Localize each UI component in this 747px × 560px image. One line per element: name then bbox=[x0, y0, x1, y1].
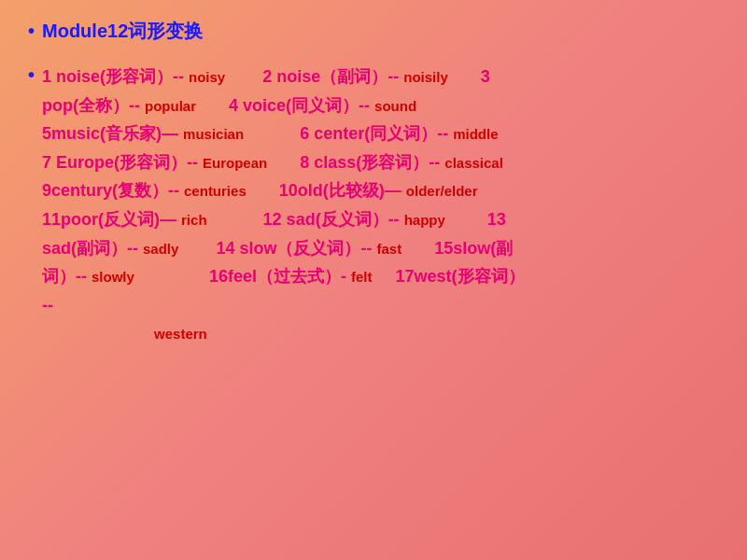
item-15-question: 15slow(副 bbox=[434, 239, 513, 258]
item-14-answer: fast bbox=[376, 241, 402, 257]
item-14-question: 14 slow（反义词）-- bbox=[216, 239, 376, 258]
item-11-question: 11poor(反义词)— bbox=[42, 210, 181, 229]
vocab-section: • 1 noise(形容词）-- noisy 2 noise（副词）-- noi… bbox=[28, 63, 719, 348]
item-4-answer: sound bbox=[374, 98, 416, 114]
item-4-question: 4 voice(同义词）-- bbox=[229, 96, 374, 115]
vocab-bullet: • bbox=[28, 64, 35, 86]
item-13-answer: sadly bbox=[143, 241, 178, 257]
spacer13 bbox=[183, 239, 211, 258]
item-1-answer: noisy bbox=[189, 69, 225, 85]
spacer5 bbox=[248, 124, 295, 143]
item-17-dash: -- bbox=[42, 296, 53, 315]
item-12-answer: happy bbox=[404, 212, 445, 228]
spacer17 bbox=[42, 324, 149, 343]
item-5-answer: musician bbox=[183, 126, 244, 142]
item-7-answer: European bbox=[203, 155, 267, 171]
item-9-question: 9century(复数）-- bbox=[42, 181, 184, 200]
item-15-answer: slowly bbox=[92, 269, 134, 285]
item-17-question: 17west(形容词） bbox=[396, 267, 525, 286]
item-16-answer: felt bbox=[351, 269, 373, 285]
item-8-question: 8 class(形容词）-- bbox=[300, 153, 444, 172]
vocab-content: 1 noise(形容词）-- noisy 2 noise（副词）-- noisi… bbox=[42, 63, 719, 348]
item-13-start: 13 bbox=[487, 210, 506, 229]
item-17-answer: western bbox=[154, 326, 207, 342]
item-9-answer: centuries bbox=[184, 183, 247, 199]
spacer14 bbox=[406, 239, 430, 258]
page-title: Module12词形变换 bbox=[42, 19, 203, 44]
spacer16 bbox=[376, 267, 390, 286]
spacer11 bbox=[212, 210, 259, 229]
spacer15 bbox=[139, 267, 204, 286]
spacer1 bbox=[230, 67, 258, 86]
item-6-answer: middle bbox=[453, 126, 498, 142]
item-10-answer: older/elder bbox=[406, 183, 478, 199]
title-bullet: • bbox=[28, 21, 35, 42]
item-15-question-cont: 词）-- bbox=[42, 267, 92, 286]
spacer3 bbox=[201, 96, 224, 115]
spacer2 bbox=[453, 67, 476, 86]
item-2-question: 2 noise（副词）-- bbox=[262, 67, 403, 86]
item-12-question: 12 sad(反义词）-- bbox=[263, 210, 404, 229]
spacer12 bbox=[450, 210, 483, 229]
item-16-question: 16feel（过去式）- bbox=[209, 267, 351, 286]
title-section: • Module12词形变换 bbox=[28, 19, 719, 44]
item-1-question: 1 noise(形容词）-- bbox=[42, 67, 189, 86]
item-8-answer: classical bbox=[444, 155, 503, 171]
item-3-answer: popular bbox=[145, 98, 196, 114]
item-13-question: sad(副词）-- bbox=[42, 239, 143, 258]
item-11-answer: rich bbox=[181, 212, 207, 228]
item-7-question: 7 Europe(形容词）-- bbox=[42, 153, 203, 172]
item-6-question: 6 center(同义词）-- bbox=[300, 124, 453, 143]
item-2-answer: noisily bbox=[403, 69, 448, 85]
item-10-question: 10old(比较级)— bbox=[279, 181, 406, 200]
spacer9 bbox=[251, 181, 275, 200]
item-3-start: 3 bbox=[481, 67, 490, 86]
spacer7 bbox=[272, 153, 295, 172]
item-5-question: 5music(音乐家)— bbox=[42, 124, 183, 143]
item-3-question: pop(全称）-- bbox=[42, 96, 145, 115]
main-content: • Module12词形变换 • 1 noise(形容词）-- noisy 2 … bbox=[0, 0, 747, 367]
